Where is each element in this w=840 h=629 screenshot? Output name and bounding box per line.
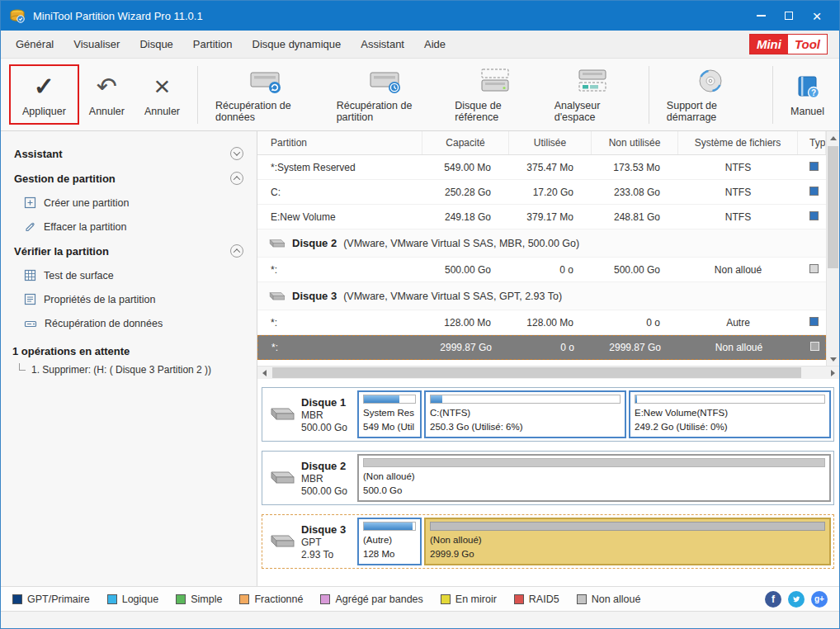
legend-swatch [577,594,587,604]
type-swatch [809,187,819,196]
table-row[interactable]: C: 250.28 Go 17.20 Go 233.08 Go NTFS [257,180,826,205]
pending-operations-title: 1 opérations en attente [1,335,257,362]
vertical-scrollbar[interactable] [826,131,839,366]
scroll-up-button[interactable] [827,131,840,144]
window-title: MiniTool Partition Wizard Pro 11.0.1 [33,10,747,22]
sidebar-section-partition-management[interactable]: Gestion de partition [1,166,257,191]
main-area: Assistant Gestion de partition Créer une… [1,131,839,586]
menubar: Général Visualiser Disque Partition Disq… [1,31,839,59]
sidebar: Assistant Gestion de partition Créer une… [1,131,257,586]
vertical-scroll-thumb[interactable] [828,146,838,268]
disk-icon [267,533,295,550]
menu-aide[interactable]: Aide [414,31,455,57]
diskmap-partition[interactable]: (Autre) 128 Mo [357,518,422,565]
app-window: MiniTool Partition Wizard Pro 11.0.1 × G… [0,0,840,629]
col-partition[interactable]: Partition [257,131,422,154]
scroll-right-button[interactable] [826,367,839,380]
maximize-button[interactable] [775,4,803,27]
partition-properties-icon [24,293,36,305]
table-row[interactable]: *:System Reserved 549.00 Mo 375.47 Mo 17… [257,155,826,180]
status-bar [1,611,839,628]
tree-line [19,363,26,371]
sidebar-item-create-partition[interactable]: Créer une partition [1,191,257,215]
sidebar-section-assistant[interactable]: Assistant [1,141,257,166]
diskmap-partition[interactable]: E:New Volume(NTFS) 249.2 Go (Utilisé: 0%… [629,390,831,438]
disk-map-disk-1: Disque 1 MBR 500.00 Go System Res 549 Mo… [262,387,834,442]
twitter-icon[interactable] [788,591,805,608]
menu-assistant[interactable]: Assistant [351,31,414,57]
google-plus-icon[interactable]: g+ [811,591,828,608]
discard-changes-button[interactable]: × Annuler [134,69,190,121]
menu-visualiser[interactable]: Visualiser [64,31,130,57]
col-unused[interactable]: Non utilisée [592,131,678,154]
bootable-media-button[interactable]: Support de démarrage [657,63,765,126]
sidebar-section-check-partition[interactable]: Vérifier la partition [1,239,257,263]
type-swatch [809,162,819,171]
diskmap-partition-selected[interactable]: (Non alloué) 2999.9 Go [424,518,831,565]
apply-highlight-box: ✓ Appliquer [9,64,79,125]
legend-bar: GPT/Primaire Logique Simple Fractionné A… [1,586,839,611]
menu-partition[interactable]: Partition [183,31,243,57]
undo-button[interactable]: ↶ Annuler [79,69,134,121]
table-row[interactable]: *: 128.00 Mo 128.00 Mo 0 o Autre [257,310,826,335]
sidebar-item-surface-test[interactable]: Test de surface [1,263,257,287]
disk-group-row[interactable]: Disque 3 (VMware, VMware Virtual S SAS, … [257,282,826,310]
manual-button[interactable]: ? Manuel [781,69,834,121]
type-swatch [809,317,819,326]
menu-general[interactable]: Général [6,31,64,57]
disk-group-row[interactable]: Disque 2 (VMware, VMware Virtual S SAS, … [257,229,826,258]
scroll-down-button[interactable] [827,352,840,366]
disk-icon [267,470,295,486]
drive-dashed-icon [477,66,513,96]
partition-recovery-button[interactable]: Récupération de partition [327,63,446,126]
legend-swatch [107,594,117,604]
chevron-up-icon[interactable] [230,172,243,185]
legend-item: GPT/Primaire [12,594,90,605]
apply-button[interactable]: ✓ Appliquer [12,69,76,121]
col-filesystem[interactable]: Système de fichiers [678,131,798,154]
toolbar-separator [772,66,773,124]
col-used[interactable]: Utilisée [509,131,592,154]
data-recovery-icon [24,317,37,329]
check-icon: ✓ [34,72,54,102]
menu-disque-dynamique[interactable]: Disque dynamique [243,31,352,57]
diskmap-partition-unallocated[interactable]: (Non alloué) 500.0 Go [357,454,831,502]
chevron-up-icon[interactable] [230,244,243,258]
data-recovery-button[interactable]: Récupération de données [205,63,327,126]
sidebar-item-wipe-partition[interactable]: Effacer la partition [1,215,257,239]
menu-disque[interactable]: Disque [130,31,182,57]
legend-swatch [320,594,330,604]
disk-info: Disque 1 MBR 500.00 Go [262,388,355,441]
pending-operation-item[interactable]: 1. Supprimer: (H: ( Disque 3 Partition 2… [1,362,257,378]
table-row[interactable]: *: 500.00 Go 0 o 500.00 Go Non alloué [257,258,826,282]
type-swatch [809,264,819,273]
disk-map-disk-3: Disque 3 GPT 2.93 To (Autre) 128 Mo [262,514,834,569]
toolbar: ✓ Appliquer ↶ Annuler × Annuler [1,59,839,131]
scroll-left-button[interactable] [257,367,271,380]
toolbar-separator [649,66,649,124]
horizontal-scrollbar[interactable] [257,366,839,379]
close-button[interactable]: × [803,4,831,27]
facebook-icon[interactable]: f [765,591,781,608]
diskmap-partition[interactable]: System Res 549 Mo (Util [357,390,422,438]
wipe-partition-icon [24,220,36,233]
chevron-down-icon[interactable] [230,147,243,160]
manual-book-icon: ? [795,72,821,102]
sidebar-item-partition-properties[interactable]: Propriétés de la partition [1,287,257,311]
disk-benchmark-button[interactable]: Disque de référence [445,63,544,126]
legend-swatch [12,594,22,604]
col-capacity[interactable]: Capacité [422,131,509,154]
svg-text:?: ? [810,88,815,97]
content-area: Partition Capacité Utilisée Non utilisée… [257,131,839,586]
sidebar-item-data-recovery[interactable]: Récupération de données [1,311,257,335]
table-row-selected[interactable]: *: 2999.87 Go 0 o 2999.87 Go Non alloué [257,335,826,360]
col-type[interactable]: Type [798,131,826,154]
minimize-button[interactable] [747,4,775,27]
legend-swatch [239,594,249,604]
legend-swatch [176,594,186,604]
space-analyzer-button[interactable]: Analyseur d'espace [545,63,641,126]
horizontal-scroll-thumb[interactable] [272,367,801,378]
table-row[interactable]: E:New Volume 249.18 Go 379.17 Mo 248.81 … [257,205,826,229]
diskmap-partition[interactable]: C:(NTFS) 250.3 Go (Utilisé: 6%) [424,390,626,438]
cd-disc-icon [696,66,724,96]
